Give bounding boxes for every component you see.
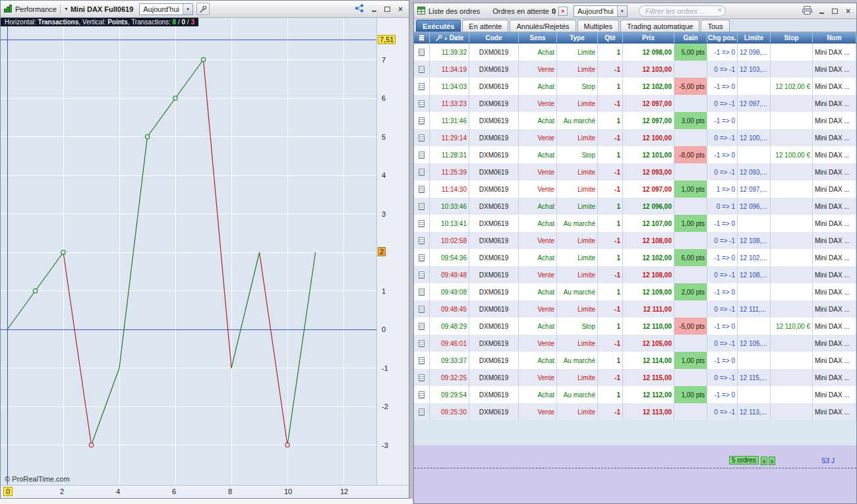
column-header-qt-[interactable]: Qté bbox=[598, 32, 623, 43]
order-row[interactable]: 09:25:30DXM0619VenteLimite-112 113,000 =… bbox=[414, 403, 856, 420]
instrument-selector[interactable]: ▼ Mini DAX Full0619 bbox=[64, 5, 133, 13]
order-row[interactable]: 11:34:19DXM0619VenteLimite-112 103,000 =… bbox=[414, 61, 856, 78]
order-row[interactable]: 11:25:39DXM0619VenteLimite-112 093,000 =… bbox=[414, 163, 856, 181]
order-row[interactable]: 11:33:23DXM0619VenteLimite-112 097,000 =… bbox=[414, 95, 856, 112]
minimize-button[interactable] bbox=[817, 7, 827, 15]
chevron-down-icon: ▼ bbox=[64, 7, 69, 11]
orders-period-select[interactable]: Aujourd'hui ▾ bbox=[574, 5, 628, 17]
order-row[interactable]: 09:48:45DXM0619VenteLimite-112 111,000 =… bbox=[414, 300, 856, 318]
order-row[interactable]: 11:31:46DXM0619AchatAu marché112 097,003… bbox=[414, 112, 856, 129]
order-stop-price bbox=[771, 386, 813, 403]
order-limit-price: 12 111,... bbox=[738, 300, 771, 318]
column-header-limite[interactable]: Limite bbox=[738, 32, 771, 43]
order-row[interactable]: 10:33:46DXM0619AchatLimite112 096,000 =>… bbox=[414, 198, 856, 215]
y-tick-label: -3 bbox=[382, 441, 388, 449]
x-tick-label: 10 bbox=[284, 488, 292, 495]
chart-period-select[interactable]: Aujourd'hui ▾ bbox=[139, 3, 193, 15]
column-header-nom[interactable]: Nom bbox=[813, 32, 856, 43]
chart-period-value: Aujourd'hui bbox=[143, 5, 179, 13]
order-row[interactable]: 09:46:01DXM0619VenteLimite-112 105,000 =… bbox=[414, 335, 856, 352]
tab-en-attente[interactable]: En attente bbox=[462, 20, 508, 32]
order-time: 11:25:39 bbox=[430, 163, 469, 181]
header-rows-icon[interactable] bbox=[414, 32, 430, 43]
order-type: Limite bbox=[557, 403, 598, 420]
share-button[interactable] bbox=[353, 3, 366, 15]
column-header-type[interactable]: Type bbox=[557, 32, 598, 43]
clear-filter-icon[interactable]: × bbox=[718, 7, 722, 14]
minimize-button[interactable] bbox=[369, 5, 379, 13]
y-tick-label: 0 bbox=[382, 325, 386, 333]
column-header-sens[interactable]: Sens bbox=[519, 32, 557, 43]
order-row[interactable]: 11:39:32DXM0619AchatLimite112 098,005,00… bbox=[414, 43, 856, 61]
maximize-icon bbox=[384, 7, 390, 12]
order-instrument-name: Mini DAX ... bbox=[813, 61, 856, 78]
order-row[interactable]: 11:28:31DXM0619AchatStop112 101,00-8,00 … bbox=[414, 146, 856, 163]
document-icon bbox=[419, 271, 425, 279]
y-axis[interactable]: 76543210-1-2-37,512 bbox=[376, 18, 409, 485]
order-row[interactable]: 09:32:25DXM0619VenteLimite-112 115,000 =… bbox=[414, 369, 856, 386]
column-header-stop[interactable]: Stop bbox=[771, 32, 813, 43]
order-price: 12 100,00 bbox=[623, 129, 674, 146]
maximize-button[interactable] bbox=[382, 5, 392, 13]
close-button[interactable]: × bbox=[396, 5, 405, 13]
order-position-change: 0 => -1 bbox=[707, 266, 738, 283]
order-row[interactable]: 11:29:14DXM0619VenteLimite-112 100,000 =… bbox=[414, 129, 856, 146]
orders-period-value: Aujourd'hui bbox=[577, 7, 614, 15]
order-side: Vente bbox=[519, 266, 557, 283]
order-row[interactable]: 11:14:30DXM0619VenteLimite-112 097,001,0… bbox=[414, 181, 856, 198]
order-price: 12 097,00 bbox=[623, 112, 674, 129]
sort-asc-icon: ▲ bbox=[444, 36, 448, 40]
order-gain bbox=[674, 95, 707, 112]
order-position-change: 0 => -1 bbox=[707, 232, 738, 249]
order-row[interactable]: 09:49:08DXM0619AchatAu marché112 109,002… bbox=[414, 283, 856, 300]
order-position-change: 0 => -1 bbox=[707, 61, 738, 78]
column-header-code[interactable]: Code bbox=[469, 32, 519, 43]
order-price: 12 097,00 bbox=[623, 181, 674, 198]
order-time: 11:39:32 bbox=[430, 43, 469, 61]
order-row[interactable]: 11:34:03DXM0619AchatStop112 102,00-5,00 … bbox=[414, 78, 856, 95]
row-icon-cell bbox=[414, 335, 430, 352]
x-tick-label: 4 bbox=[116, 488, 120, 495]
order-list-toolbar: Liste des ordres Ordres en attente 0 × A… bbox=[414, 3, 856, 19]
print-button[interactable] bbox=[800, 5, 813, 17]
table-filler bbox=[414, 420, 856, 445]
column-header-prix[interactable]: Prix bbox=[623, 32, 674, 43]
order-row[interactable]: 10:13:41DXM0619AchatAu marché112 107,001… bbox=[414, 215, 856, 232]
performance-chart[interactable]: Horizontal: Transactions, Vertical: Poin… bbox=[1, 18, 409, 485]
row-icon-cell bbox=[414, 283, 430, 300]
red-x-icon: × bbox=[561, 8, 564, 14]
order-row[interactable]: 09:49:48DXM0619VenteLimite-112 108,000 =… bbox=[414, 266, 856, 283]
tab-tous[interactable]: Tous bbox=[701, 20, 729, 32]
cancel-pending-orders-button[interactable]: × bbox=[558, 7, 568, 16]
close-button[interactable]: × bbox=[843, 7, 853, 15]
order-position-change: -1 => 0 bbox=[707, 112, 738, 129]
filter-orders-input[interactable] bbox=[639, 5, 726, 16]
order-row[interactable]: 09:29:54DXM0619AchatAu marché112 112,001… bbox=[414, 386, 856, 403]
column-header-chg-pos-[interactable]: Chg pos. bbox=[707, 32, 738, 43]
column-header-date[interactable]: ▲Date bbox=[430, 32, 469, 43]
row-icon-cell bbox=[414, 95, 430, 112]
column-header-gain[interactable]: Gain bbox=[674, 32, 707, 43]
order-side: Achat bbox=[519, 249, 557, 266]
tab-multiples[interactable]: Multiples bbox=[577, 20, 619, 32]
order-instrument-name: Mini DAX ... bbox=[813, 318, 856, 335]
order-stop-price bbox=[771, 163, 813, 181]
order-code: DXM0619 bbox=[469, 249, 519, 266]
row-icon-cell bbox=[414, 386, 430, 403]
order-code: DXM0619 bbox=[469, 198, 519, 215]
order-instrument-name: Mini DAX ... bbox=[813, 283, 856, 300]
order-row[interactable]: 10:02:58DXM0619VenteLimite-112 108,000 =… bbox=[414, 232, 856, 249]
order-row[interactable]: 09:33:37DXM0619AchatAu marché112 114,001… bbox=[414, 352, 856, 369]
order-row[interactable]: 09:54:36DXM0619AchatLimite112 102,006,00… bbox=[414, 249, 856, 266]
document-icon bbox=[419, 203, 425, 210]
chart-properties-button[interactable] bbox=[196, 3, 210, 15]
maximize-button[interactable] bbox=[830, 7, 840, 15]
tab-annul-s-rejet-s[interactable]: Annulés/Rejetés bbox=[510, 20, 576, 32]
tab-trading-automatique[interactable]: Trading automatique bbox=[620, 20, 700, 32]
tab-ex-cut-s[interactable]: Exécutés bbox=[416, 20, 461, 32]
order-row[interactable]: 09:48:29DXM0619AchatStop112 110,00-5,00 … bbox=[414, 318, 856, 335]
order-code: DXM0619 bbox=[469, 129, 519, 146]
order-instrument-name: Mini DAX ... bbox=[813, 112, 856, 129]
x-axis[interactable]: 024681012 bbox=[1, 485, 409, 498]
order-stop-price bbox=[771, 112, 813, 129]
